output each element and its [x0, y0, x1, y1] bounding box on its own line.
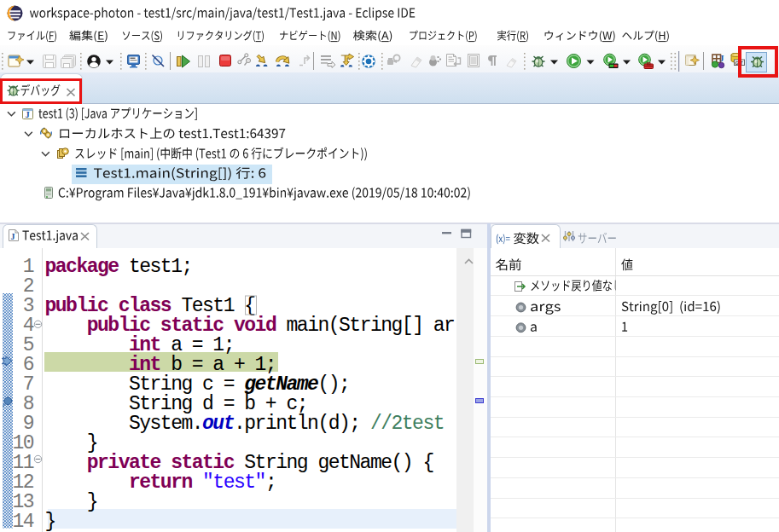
svg-text:J: J — [26, 110, 30, 119]
svg-text:J: J — [11, 232, 15, 241]
svg-text:J: J — [719, 53, 724, 63]
